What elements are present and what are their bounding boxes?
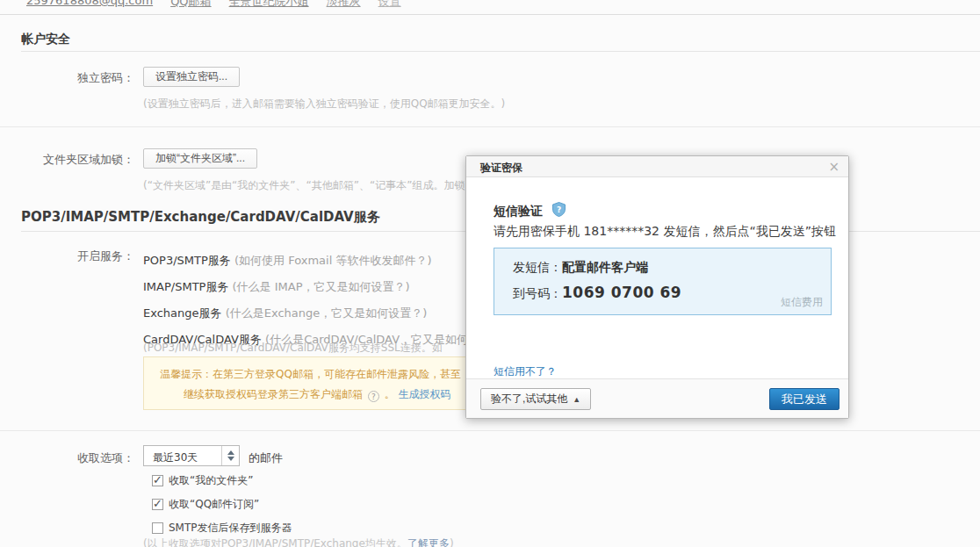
qqmail-settings-page: 2597618808@qq.com QQ邮箱 全景世纪院小姐 淡推灰 设置 帐户… bbox=[0, 0, 980, 547]
qq-subscription-checkbox[interactable] bbox=[152, 499, 163, 510]
service-row-exchange: Exchange服务 (什么是Exchange，它又是如何设置？) bbox=[143, 300, 507, 327]
shield-question-icon[interactable]: ? bbox=[552, 202, 566, 220]
checkbox-row-smtp-save: SMTP发信后保存到服务器 bbox=[152, 521, 292, 536]
receive-options-label: 收取选项： bbox=[0, 450, 134, 466]
svg-text:?: ? bbox=[557, 205, 561, 214]
warning-line1: 温馨提示：在第三方登录QQ邮箱，可能存在邮件泄露风险，甚至 bbox=[160, 367, 461, 382]
sms-number-value: 1069 0700 69 bbox=[562, 284, 681, 301]
independent-password-note: (设置独立密码后，进入邮箱需要输入独立密码验证，使用QQ邮箱更加安全。) bbox=[143, 97, 505, 112]
service-name: POP3/SMTP服务 bbox=[143, 254, 234, 267]
sms-number-line: 到号码：1069 0700 69 bbox=[513, 284, 681, 302]
checkbox-label: 收取“我的文件夹” bbox=[169, 473, 253, 488]
enable-services-label: 开启服务： bbox=[0, 248, 134, 264]
warning-line2: 继续获取授权码登录第三方客户端邮箱 ? 。 生成授权码 bbox=[184, 387, 450, 402]
nav-qqmail-link[interactable]: QQ邮箱 bbox=[170, 0, 211, 10]
sms-content-value: 配置邮件客户端 bbox=[562, 260, 648, 274]
section-title-services: POP3/IMAP/SMTP/Exchange/CardDAV/CalDAV服务 bbox=[21, 209, 380, 226]
sms-details-box: 发短信：配置邮件客户端 到号码：1069 0700 69 短信费用 bbox=[494, 248, 832, 315]
service-name: Exchange服务 bbox=[143, 306, 226, 320]
service-row-pop3-smtp: POP3/SMTP服务 (如何使用 Foxmail 等软件收发邮件？) bbox=[143, 248, 507, 274]
learn-more-link[interactable]: 了解更多 bbox=[407, 537, 450, 547]
checkbox-label: 收取“QQ邮件订阅” bbox=[169, 497, 259, 512]
footnote-text: (以上收取选项对POP3/IMAP/SMTP/Exchange均生效。 bbox=[143, 537, 407, 547]
checkbox-row-my-folders: 收取“我的文件夹” bbox=[152, 473, 253, 488]
sms-content-label: 发短信： bbox=[513, 260, 562, 274]
warning-line2-text: 继续获取授权码登录第三方客户端邮箱 bbox=[184, 388, 363, 400]
sms-content-line: 发短信：配置邮件客户端 bbox=[513, 260, 648, 276]
section-rule bbox=[21, 51, 980, 52]
dialog-title: 验证密保 bbox=[480, 161, 522, 176]
footnote-close: ) bbox=[450, 537, 454, 547]
set-independent-password-button[interactable]: 设置独立密码... bbox=[143, 67, 240, 87]
receive-options-suffix: 的邮件 bbox=[249, 450, 283, 466]
checkbox-label: SMTP发信后保存到服务器 bbox=[169, 521, 292, 536]
row-divider bbox=[0, 126, 980, 127]
service-name: IMAP/SMTP服务 bbox=[143, 280, 233, 293]
service-help-link[interactable]: (什么是 IMAP，它又是如何设置？) bbox=[233, 280, 410, 293]
receive-options-footnote: (以上收取选项对POP3/IMAP/SMTP/Exchange均生效。了解更多) bbox=[143, 536, 454, 547]
help-circle-icon[interactable]: ? bbox=[368, 391, 379, 402]
close-icon[interactable]: × bbox=[828, 159, 839, 175]
ssl-note: (POP3/IMAP/SMTP/CardDAV/CalDAV服务均支持SSL连接… bbox=[143, 341, 443, 356]
independent-password-label: 独立密码： bbox=[0, 70, 134, 86]
try-other-method-button[interactable]: 验不了,试试其他▲ bbox=[480, 388, 591, 410]
sms-verification-title: 短信验证 bbox=[494, 204, 543, 220]
generate-auth-code-link[interactable]: 生成授权码 bbox=[398, 388, 450, 400]
service-help-link[interactable]: (如何使用 Foxmail 等软件收发邮件？) bbox=[234, 254, 432, 267]
dialog-header: 验证密保 × bbox=[466, 156, 848, 177]
nav-skin-link[interactable]: 淡推灰 bbox=[327, 0, 361, 10]
sms-instruction: 请先用密保手机 181******32 发短信，然后点“我已发送”按钮 bbox=[494, 224, 836, 240]
verify-security-dialog: 验证密保 × 短信验证 ? 请先用密保手机 181******32 发短信，然后… bbox=[465, 155, 849, 419]
sms-fee-link[interactable]: 短信费用 bbox=[781, 295, 823, 310]
try-other-label: 验不了,试试其他 bbox=[491, 392, 567, 405]
services-list: POP3/SMTP服务 (如何使用 Foxmail 等软件收发邮件？) IMAP… bbox=[143, 248, 507, 353]
checkbox-row-qq-subscription: 收取“QQ邮件订阅” bbox=[152, 497, 259, 512]
top-divider bbox=[0, 14, 980, 15]
folder-lock-note: (“文件夹区域”是由“我的文件夹”、“其他邮箱”、“记事本”组成。加锁 bbox=[143, 178, 465, 193]
top-nav: 2597618808@qq.com QQ邮箱 全景世纪院小姐 淡推灰 设置 bbox=[26, 0, 401, 10]
folder-lock-label: 文件夹区域加锁： bbox=[0, 152, 134, 168]
dialog-footer: 验不了,试试其他▲ 我已发送 bbox=[466, 378, 848, 418]
account-email-link[interactable]: 2597618808@qq.com bbox=[26, 0, 153, 10]
recent-days-select[interactable]: 最近30天 bbox=[143, 445, 240, 466]
recent-days-value: 最近30天 bbox=[153, 450, 198, 465]
row-divider bbox=[0, 430, 980, 431]
lock-folder-area-button[interactable]: 加锁“文件夹区域”... bbox=[143, 148, 257, 169]
service-row-imap-smtp: IMAP/SMTP服务 (什么是 IMAP，它又是如何设置？) bbox=[143, 274, 507, 300]
warning-period: 。 bbox=[385, 388, 395, 400]
select-spinner-icon[interactable] bbox=[221, 446, 239, 465]
sms-unavailable-link[interactable]: 短信用不了？ bbox=[494, 364, 557, 379]
smtp-save-checkbox[interactable] bbox=[152, 522, 163, 534]
section-title-account-security: 帐户安全 bbox=[21, 32, 70, 47]
nav-account-link[interactable]: 全景世纪院小姐 bbox=[229, 0, 309, 10]
my-folders-checkbox[interactable] bbox=[152, 475, 163, 486]
sms-sent-button[interactable]: 我已发送 bbox=[769, 388, 839, 410]
service-help-link[interactable]: (什么是Exchange，它又是如何设置？) bbox=[226, 306, 428, 320]
sms-number-label: 到号码： bbox=[513, 286, 562, 300]
nav-settings-link[interactable]: 设置 bbox=[378, 0, 401, 10]
chevron-up-icon: ▲ bbox=[573, 395, 580, 404]
